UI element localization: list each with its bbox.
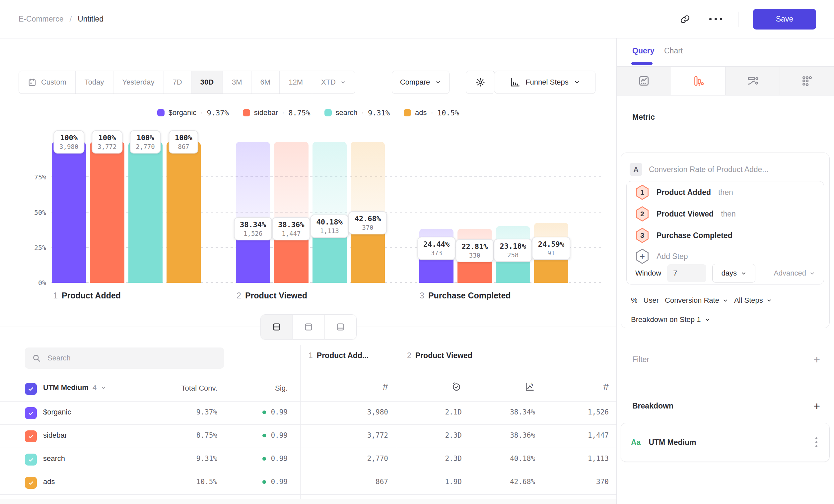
share-link-button[interactable] [677,11,693,27]
metric-type-selector[interactable]: Conversion Rate [665,296,728,305]
funnel-bar[interactable]: 22.81%330 [458,142,492,283]
save-button[interactable]: Save [753,9,816,29]
row-checkbox[interactable] [25,407,37,419]
row-label: $organic [43,408,71,416]
metric-title-row[interactable]: A Conversion Rate of Product Adde... [630,163,769,176]
tab-chart[interactable]: Chart [664,46,683,55]
breakdown-property-card[interactable]: Aa UTM Medium [621,423,830,462]
add-filter-button[interactable]: + [813,354,820,365]
table-step2-group-header: 2Product Viewed [407,351,473,360]
funnel-bar[interactable]: 100%3,980 [52,142,86,283]
select-all-checkbox[interactable] [25,383,37,395]
row-conv-rate: 38.34% [462,408,535,416]
funnel-steps-card: 1 Product Added then 2 Product Viewed th… [626,181,824,284]
step2-rate-column[interactable]: % [462,381,535,392]
step-number-hexagon: 2 [635,206,649,222]
range-3m[interactable]: 3M [223,71,251,93]
table-scrollbar-track[interactable] [0,499,616,504]
legend-item[interactable]: search · 9.31% [325,109,390,117]
row-step1-count: 3,980 [315,408,388,416]
range-6m[interactable]: 6M [251,71,280,93]
range-12m[interactable]: 12M [279,71,312,93]
kebab-menu-icon[interactable] [813,435,819,449]
step2-count-column[interactable]: # [536,381,609,393]
row-total-conv: 8.75% [151,431,217,439]
legend-item[interactable]: sidebar · 8.75% [243,109,310,117]
breadcrumb-report-name[interactable]: Untitled [78,15,104,24]
range-7d[interactable]: 7D [163,71,191,93]
chart-only-view-button[interactable] [292,315,324,339]
range-30d-active[interactable]: 30D [191,71,223,93]
y-axis-tick: 50% [18,209,46,216]
funnel-bar[interactable]: 100%2,770 [128,142,162,283]
entity-selector[interactable]: User [643,296,659,305]
funnels-chart-tab-active[interactable] [671,67,725,95]
breakdown-column-header[interactable]: UTM Medium 4 [43,383,106,392]
row-avg-time: 2.3D [389,431,462,439]
funnel-step-row-2[interactable]: 2 Product Viewed then [635,206,736,222]
funnel-bar[interactable]: 24.59%91 [534,142,568,283]
row-conv-rate: 42.68% [462,478,535,486]
insights-chart-tab[interactable] [617,67,671,95]
compare-button[interactable]: Compare [392,71,449,94]
advanced-label: Advanced [774,269,806,277]
add-breakdown-button[interactable]: + [813,400,820,412]
retention-chart-tab[interactable] [780,67,834,95]
legend-item[interactable]: $organic · 9.37% [157,109,229,117]
window-unit-select[interactable]: days [712,264,755,282]
table-only-view-button[interactable] [325,315,356,339]
metric-type-label: Conversion Rate [665,296,719,305]
chart-settings-button[interactable] [466,71,495,94]
range-today[interactable]: Today [75,71,113,93]
range-xtd[interactable]: XTD [312,71,355,93]
funnel-bars-icon [692,75,704,87]
funnel-chart-plot: 75% 50% 25% 0% 100%3,980 100%3,772 [51,142,601,283]
flow-icon [747,75,759,87]
chart-type-tabs [617,66,834,95]
date-range-picker: Custom Today Yesterday 7D 30D 3M 6M 12M … [19,71,355,94]
sig-column-header[interactable]: Sig. [221,384,288,393]
funnel-bar[interactable]: 24.44%373 [419,142,454,283]
row-converted-count: 1,113 [536,455,609,462]
metric-section-heading: Metric [632,113,655,122]
visualization-picker-button[interactable]: Funnel Steps [495,71,595,94]
range-yesterday[interactable]: Yesterday [113,71,163,93]
more-options-button[interactable] [708,11,724,27]
funnel-bar[interactable]: 23.18%258 [496,142,530,283]
breakdown-on-step-selector[interactable]: Breakdown on Step 1 [631,315,710,324]
split-view-button[interactable] [261,315,292,339]
total-conv-column-header[interactable]: Total Conv. [151,384,217,393]
row-converted-count: 1,447 [536,431,609,439]
step1-count-column[interactable]: # [315,381,388,393]
step2-time-column[interactable] [389,381,462,392]
advanced-toggle[interactable]: Advanced [774,269,815,277]
funnel-bar[interactable]: 100%3,772 [90,142,124,283]
row-checkbox[interactable] [25,454,37,465]
flows-chart-tab[interactable] [725,67,780,95]
tab-query[interactable]: Query [632,46,654,55]
steps-scope-selector[interactable]: All Steps [734,296,772,305]
funnel-step-row-3[interactable]: 3 Purchase Completed [635,228,740,243]
row-total-conv: 9.37% [151,408,217,416]
range-label: Custom [41,78,66,87]
funnel-bar[interactable]: 38.36%1,447 [274,142,308,283]
search-input[interactable] [47,353,217,363]
table-row-search: search 9.31% 0.99 2,770 2.3D 40.18% 1,11… [0,448,616,471]
breakdown-heading: Breakdown [632,402,674,411]
legend-separator: · [361,109,364,117]
row-checkbox[interactable] [25,477,37,489]
funnel-bar[interactable]: 40.18%1,113 [312,142,347,283]
funnel-step-row-1[interactable]: 1 Product Added then [635,185,733,200]
window-value-input[interactable] [667,264,706,282]
chevron-down-icon [574,79,580,85]
funnel-bar[interactable]: 38.34%1,526 [236,142,270,283]
funnel-bar[interactable]: 100%867 [167,142,201,283]
breadcrumb-project[interactable]: E-Commerce [19,15,63,24]
range-custom[interactable]: Custom [19,71,75,93]
add-step-button[interactable]: + Add Step [635,249,688,264]
legend-item[interactable]: ads · 10.5% [404,109,459,117]
row-checkbox[interactable] [25,430,37,442]
table-row-sidebar: sidebar 8.75% 0.99 3,772 2.3D 38.36% 1,4… [0,425,616,448]
funnel-bar[interactable]: 42.68%370 [351,142,385,283]
step-number-hexagon: 1 [635,185,649,200]
